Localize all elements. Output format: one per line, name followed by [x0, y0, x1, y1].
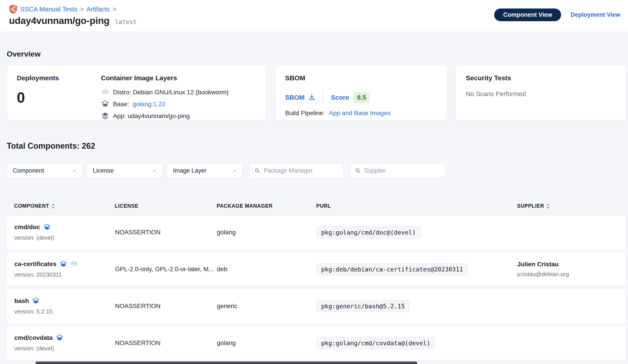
overview-cards: Deployments 0 Container Image Layers Dis…: [7, 65, 626, 120]
sbom-score-label[interactable]: Score: [331, 94, 349, 101]
security-tests-title: Security Tests: [466, 74, 616, 82]
component-filter-dropdown[interactable]: Component: [7, 163, 82, 178]
purl-chip[interactable]: pkg:golang/cmd/covdata@(devel): [316, 337, 435, 349]
artifact-tag: latest: [115, 18, 137, 25]
column-license: LICENSE: [115, 203, 217, 209]
horizontal-scrollbar-thumb[interactable]: [36, 362, 417, 364]
view-toggle: Component View Deployment View: [494, 8, 620, 21]
column-purl-label: PURL: [316, 203, 331, 209]
package-manager-cell: deb: [217, 266, 316, 273]
supplier-search-input[interactable]: [364, 167, 441, 174]
distro-text: Distro: Debian GNU/Linux 12 (bookworm): [113, 89, 229, 96]
sbom-download-label[interactable]: SBOM: [285, 94, 305, 101]
search-icon: [254, 168, 260, 174]
search-icon: [355, 168, 361, 174]
app-layer-icon: [60, 260, 67, 268]
divider: [323, 91, 323, 104]
column-purl: PURL: [316, 203, 517, 209]
sbom-card: SBOM SBOM Score 8.5 Build Pipeline: App …: [275, 65, 447, 120]
base-layer-icon: [101, 100, 109, 109]
breadcrumb-project-link[interactable]: SSCA Manual Tests: [20, 5, 78, 13]
table-row-ca-certificates[interactable]: ca-certificates version: 20230311 GPL-2.…: [7, 252, 626, 286]
column-package-manager: PACKAGE MANAGER: [217, 203, 316, 209]
chevron-down-icon: [152, 168, 157, 173]
build-pipeline-link[interactable]: App and Base Images: [329, 110, 391, 117]
component-name[interactable]: cmd/doc: [14, 224, 40, 231]
sbom-download-link[interactable]: SBOM: [285, 94, 315, 101]
deployments-layers-card: Deployments 0 Container Image Layers Dis…: [7, 65, 266, 120]
license-cell: NOASSERTION: [115, 339, 217, 347]
supplier-search[interactable]: [350, 163, 446, 178]
column-license-label: LICENSE: [115, 203, 138, 209]
components-table-header: COMPONENT LICENSE PACKAGE MANAGER PURL S…: [7, 203, 626, 215]
chevron-down-icon: [232, 168, 237, 173]
app-text: App: uday4vunnam/go-ping: [113, 113, 190, 120]
component-filter-label: Component: [13, 167, 44, 174]
distro-layer-icon: [101, 88, 109, 97]
package-manager-cell: golang: [217, 229, 316, 236]
image-layer-filter-label: Image Layer: [173, 167, 207, 174]
chevron-down-icon: [72, 168, 77, 173]
supplier-name: Julien Cristau: [517, 261, 626, 268]
column-package-manager-label: PACKAGE MANAGER: [217, 203, 273, 209]
sbom-card-title: SBOM: [285, 74, 437, 82]
base-label: Base:: [113, 101, 129, 108]
overview-heading: Overview: [7, 50, 628, 58]
component-name[interactable]: cmd/covdata: [14, 334, 53, 341]
column-supplier-label: SUPPLIER: [517, 203, 544, 209]
table-row-bash[interactable]: bash version: 5.2.15 NOASSERTION generic…: [7, 289, 626, 323]
table-row-cmd-covdata[interactable]: cmd/covdata version: (devel) NOASSERTION…: [7, 326, 626, 360]
package-manager-cell: generic: [217, 303, 316, 310]
component-version: version: (devel): [14, 234, 115, 241]
component-name[interactable]: bash: [14, 297, 29, 304]
sort-arrows-icon[interactable]: [546, 203, 550, 209]
license-filter-dropdown[interactable]: License: [87, 163, 162, 178]
column-supplier[interactable]: SUPPLIER: [517, 203, 626, 209]
license-filter-label: License: [93, 167, 114, 174]
total-components-heading: Total Components: 262: [7, 141, 628, 151]
license-cell: NOASSERTION: [115, 229, 217, 236]
breadcrumb-separator: >: [80, 5, 84, 13]
table-row-cmd-doc[interactable]: cmd/doc version: (devel) NOASSERTION gol…: [7, 215, 626, 249]
component-version: version: 20230311: [14, 271, 115, 278]
supplier-email: jcristau@debian.org: [517, 271, 626, 278]
filters-bar: Component License Image Layer: [7, 163, 628, 178]
container-image-layers-label: Container Image Layers: [101, 74, 229, 82]
column-component[interactable]: COMPONENT: [14, 203, 115, 209]
download-icon[interactable]: [308, 94, 315, 101]
license-cell: GPL-2.0-only, GPL-2.0-or-later, M...: [115, 266, 217, 273]
purl-chip[interactable]: pkg:generic/bash@5.2.15: [316, 300, 409, 312]
component-version: version: (devel): [14, 345, 115, 352]
security-tests-card: Security Tests No Scans Performed: [456, 65, 626, 120]
license-cell: NOASSERTION: [115, 303, 217, 310]
app-layer-icon: [56, 334, 63, 342]
column-component-label: COMPONENT: [14, 203, 49, 209]
component-name[interactable]: ca-certificates: [14, 260, 56, 268]
package-manager-cell: golang: [217, 339, 316, 347]
deployment-view-link[interactable]: Deployment View: [570, 11, 620, 18]
breadcrumb-separator: >: [113, 5, 116, 13]
image-layer-filter-dropdown[interactable]: Image Layer: [167, 163, 243, 178]
package-manager-search[interactable]: [249, 163, 344, 178]
purl-chip[interactable]: pkg:deb/debian/ca-certificates@20230311: [316, 263, 468, 275]
component-view-button[interactable]: Component View: [494, 8, 561, 21]
deployments-label: Deployments: [17, 74, 101, 82]
package-manager-search-input[interactable]: [264, 167, 339, 174]
ssca-shield-icon: [9, 4, 17, 14]
base-image-link[interactable]: golang:1.22: [133, 101, 165, 108]
app-layer-icon: [101, 112, 109, 120]
app-layer-icon: [32, 297, 40, 305]
build-pipeline-label: Build Pipeline:: [285, 110, 325, 117]
supplier-cell: Julien Cristau jcristau@debian.org: [517, 261, 626, 278]
app-layer-icon: [43, 223, 51, 231]
base-layer-dashed-icon: [70, 260, 78, 268]
purl-chip[interactable]: pkg:golang/cmd/doc@(devel): [316, 227, 420, 238]
breadcrumb-artifacts-link[interactable]: Artifacts: [86, 5, 110, 13]
security-tests-status: No Scans Performed: [466, 90, 616, 98]
component-version: version: 5.2.15: [14, 308, 115, 315]
page-title: uday4vunnam/go-ping: [9, 15, 109, 26]
page-header: SSCA Manual Tests > Artifacts > uday4vun…: [0, 0, 628, 31]
deployments-count: 0: [17, 89, 101, 106]
sbom-score-badge: 8.5: [354, 92, 370, 103]
sort-arrows-icon[interactable]: [52, 203, 55, 209]
